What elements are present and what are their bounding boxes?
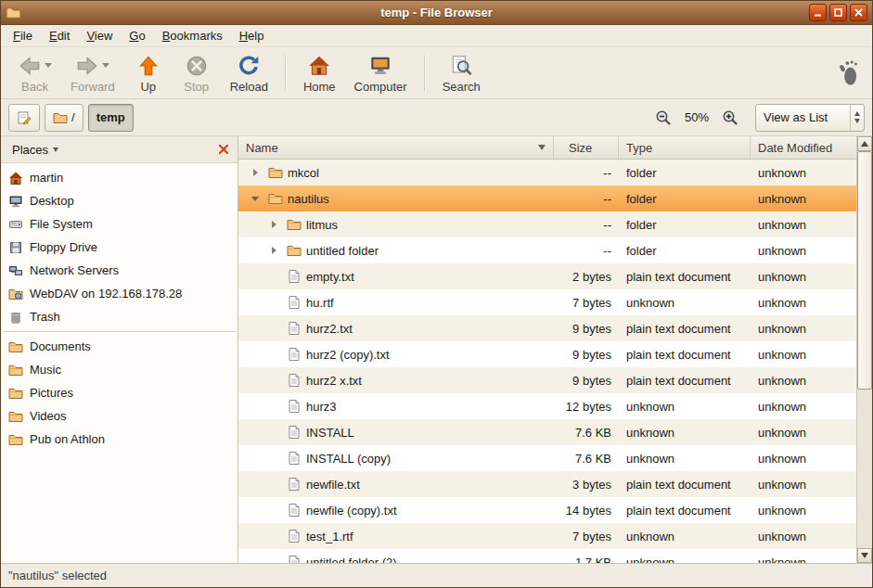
file-name: INSTALL (copy) <box>306 452 391 466</box>
up-button[interactable]: Up <box>124 49 173 96</box>
home-button[interactable]: Home <box>294 49 345 96</box>
column-header-type[interactable]: Type <box>619 136 751 159</box>
file-name: untitled folder <box>306 244 379 258</box>
expander-icon[interactable] <box>267 217 282 232</box>
table-row[interactable]: test_1.rtf 7 bytes unknown unknown <box>238 523 856 549</box>
trash-icon <box>8 310 23 325</box>
column-header-size[interactable]: Size <box>554 136 619 159</box>
view-mode-dropdown[interactable]: View as List <box>755 104 865 132</box>
file-size: 7.6 KB <box>554 445 619 471</box>
close-sidebar-button[interactable] <box>215 141 232 158</box>
file-type: unknown <box>619 419 751 445</box>
table-row[interactable]: hurz2 x.txt 9 bytes plain text document … <box>238 367 856 393</box>
file-icon <box>287 555 302 563</box>
window-title: temp - File Browser <box>1 6 872 19</box>
file-date-modified: unknown <box>751 263 856 289</box>
table-row[interactable]: hurz2 (copy).txt 9 bytes plain text docu… <box>238 341 856 367</box>
close-button[interactable] <box>850 4 867 21</box>
zoom-level: 50% <box>679 110 714 124</box>
stop-button[interactable]: Stop <box>173 49 221 96</box>
maximize-button[interactable] <box>829 4 847 21</box>
zoom-out-button[interactable] <box>652 107 674 129</box>
file-size: 7 bytes <box>554 523 619 549</box>
sidebar-item-pictures[interactable]: Pictures <box>1 381 238 404</box>
gnome-logo-icon <box>837 49 865 96</box>
scroll-up-button[interactable] <box>857 136 872 151</box>
folder-icon <box>268 165 283 180</box>
expander-icon <box>267 555 282 563</box>
expander-icon[interactable] <box>249 165 263 180</box>
file-type: plain text document <box>619 471 751 497</box>
computer-button[interactable]: Computer <box>345 49 417 96</box>
table-row[interactable]: untitled folder -- folder unknown <box>238 237 856 263</box>
back-button[interactable]: Back <box>8 49 61 96</box>
places-header: Places <box>1 136 238 163</box>
back-history-dropdown-icon[interactable] <box>45 63 52 68</box>
table-row[interactable]: INSTALL 7.6 KB unknown unknown <box>238 419 856 445</box>
table-row[interactable]: litmus -- folder unknown <box>238 211 856 237</box>
expander-icon[interactable] <box>267 243 282 258</box>
minimize-button[interactable] <box>809 4 827 21</box>
search-button[interactable]: Search <box>433 49 490 96</box>
table-row[interactable]: empty.txt 2 bytes plain text document un… <box>238 263 856 289</box>
sidebar-item-desktop[interactable]: Desktop <box>1 189 238 212</box>
file-type: plain text document <box>619 263 751 289</box>
menu-help[interactable]: Help <box>231 26 273 45</box>
file-icon <box>287 295 302 310</box>
menu-view[interactable]: View <box>78 26 121 45</box>
table-row-selected[interactable]: nautilus -- folder unknown <box>238 185 856 211</box>
folder-icon <box>268 191 283 206</box>
sidebar-item-network-servers[interactable]: Network Servers <box>1 259 238 282</box>
file-icon <box>287 321 302 336</box>
file-date-modified: unknown <box>751 549 856 563</box>
scroll-down-button[interactable] <box>857 548 872 563</box>
table-row[interactable]: newfile.txt 3 bytes plain text document … <box>238 471 856 497</box>
sidebar-item-webdav-on-192-168-178-28[interactable]: WebDAV on 192.168.178.28 <box>1 282 238 305</box>
file-size: 9 bytes <box>554 315 619 341</box>
reload-button[interactable]: Reload <box>221 49 277 96</box>
forward-history-dropdown-icon[interactable] <box>102 63 109 68</box>
menu-edit[interactable]: Edit <box>41 26 78 45</box>
zoom-in-button[interactable] <box>719 107 741 129</box>
file-type: unknown <box>619 289 751 315</box>
search-icon <box>449 54 473 78</box>
table-row[interactable]: hurz3 12 bytes unknown unknown <box>238 393 856 419</box>
window-menu-icon[interactable] <box>6 5 21 20</box>
table-row[interactable]: hurz2.txt 9 bytes plain text document un… <box>238 315 856 341</box>
sidebar-item-trash[interactable]: Trash <box>1 305 238 328</box>
window-controls <box>809 4 867 21</box>
forward-button[interactable]: Forward <box>61 49 124 96</box>
table-row[interactable]: newfile (copy).txt 14 bytes plain text d… <box>238 497 856 523</box>
table-row[interactable]: untitled folder (2) 1.7 KB unknown unkno… <box>238 549 856 563</box>
column-header-date-modified[interactable]: Date Modified <box>751 136 856 159</box>
places-sidebar: Places martin Desktop File System Floppy… <box>1 136 238 563</box>
file-date-modified: unknown <box>751 289 856 315</box>
home-place-icon <box>8 171 23 185</box>
scrollbar-track[interactable] <box>857 151 872 548</box>
table-row[interactable]: mkcol -- folder unknown <box>238 160 856 185</box>
file-name: nautilus <box>288 192 329 206</box>
path-button-current[interactable]: temp <box>88 104 134 132</box>
sidebar-item-floppy-drive[interactable]: Floppy Drive <box>1 236 238 259</box>
sidebar-item-file-system[interactable]: File System <box>1 212 238 236</box>
table-row[interactable]: hu.rtf 7 bytes unknown unknown <box>238 289 856 315</box>
expander-icon[interactable] <box>249 191 263 206</box>
scrollbar-thumb[interactable] <box>857 151 872 390</box>
toggle-location-entry-button[interactable] <box>8 104 40 132</box>
file-name: empty.txt <box>306 270 354 284</box>
sidebar-item-music[interactable]: Music <box>1 358 238 381</box>
sidebar-item-videos[interactable]: Videos <box>1 404 238 428</box>
sidebar-item-documents[interactable]: Documents <box>1 335 238 358</box>
places-selector[interactable]: Places <box>6 141 64 159</box>
file-size: 7 bytes <box>554 289 619 315</box>
column-header-name[interactable]: Name <box>238 136 554 159</box>
sidebar-item-martin[interactable]: martin <box>1 166 238 189</box>
path-button-root[interactable]: / <box>45 104 83 132</box>
table-row[interactable]: INSTALL (copy) 7.6 KB unknown unknown <box>238 445 856 471</box>
titlebar[interactable]: temp - File Browser <box>1 1 872 25</box>
sidebar-item-pub-on-athlon[interactable]: Pub on Athlon <box>1 428 238 451</box>
vertical-scrollbar[interactable] <box>856 136 872 563</box>
menu-go[interactable]: Go <box>121 26 153 45</box>
menu-file[interactable]: File <box>5 26 41 45</box>
menu-bookmarks[interactable]: Bookmarks <box>154 26 231 45</box>
